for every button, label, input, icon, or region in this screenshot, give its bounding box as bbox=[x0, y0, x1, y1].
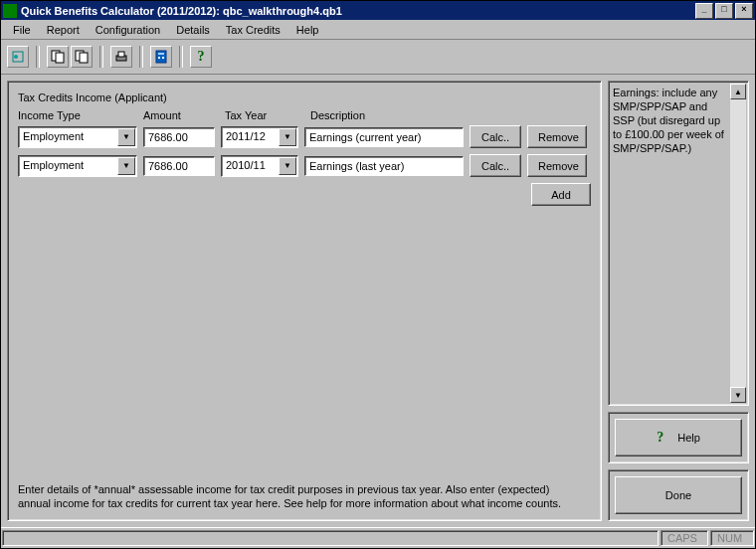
done-button[interactable]: Done bbox=[615, 476, 742, 514]
svg-rect-11 bbox=[162, 57, 164, 59]
chevron-down-icon[interactable]: ▼ bbox=[279, 128, 296, 146]
help-button[interactable]: ? Help bbox=[615, 419, 742, 457]
income-type-value: Employment bbox=[19, 156, 116, 176]
toolbar-separator bbox=[36, 46, 40, 68]
close-button[interactable]: × bbox=[735, 3, 753, 19]
footer-hint: Enter details of *annual* assessable inc… bbox=[18, 472, 575, 510]
menubar: File Report Configuration Details Tax Cr… bbox=[1, 20, 755, 40]
maximize-button[interactable]: □ bbox=[715, 3, 733, 19]
amount-input[interactable] bbox=[143, 127, 215, 147]
done-label: Done bbox=[665, 489, 691, 501]
toolbar-paste-icon[interactable] bbox=[71, 46, 93, 68]
calc-button[interactable]: Calc.. bbox=[470, 154, 521, 177]
toolbar-separator bbox=[99, 46, 103, 68]
toolbar: ? bbox=[1, 40, 755, 75]
income-row: Employment ▼ 2011/12 ▼ Calc.. Remove bbox=[18, 125, 591, 148]
remove-button[interactable]: Remove bbox=[527, 154, 587, 177]
svg-rect-5 bbox=[80, 53, 88, 63]
column-headers: Income Type Amount Tax Year Description bbox=[18, 109, 591, 121]
description-input[interactable] bbox=[304, 156, 464, 176]
menu-tax-credits[interactable]: Tax Credits bbox=[218, 22, 288, 38]
header-income-type: Income Type bbox=[18, 109, 133, 121]
menu-help[interactable]: Help bbox=[288, 22, 327, 38]
help-button-frame: ? Help bbox=[608, 412, 749, 463]
toolbar-separator bbox=[179, 46, 183, 68]
help-label: Help bbox=[677, 432, 700, 444]
header-description: Description bbox=[310, 109, 470, 121]
scroll-down-icon[interactable]: ▼ bbox=[730, 387, 746, 403]
status-caps: CAPS bbox=[661, 530, 708, 546]
window-title: Quick Benefits Calculator (2011/2012): q… bbox=[21, 5, 695, 17]
info-panel: Earnings: include any SMP/SPP/SAP and SS… bbox=[608, 81, 749, 406]
amount-input[interactable] bbox=[143, 156, 215, 176]
income-row: Employment ▼ 2010/11 ▼ Calc.. Remove bbox=[18, 154, 591, 177]
chevron-down-icon[interactable]: ▼ bbox=[279, 157, 296, 175]
main-panel: Tax Credits Income (Applicant) Income Ty… bbox=[7, 81, 602, 521]
section-title: Tax Credits Income (Applicant) bbox=[18, 92, 591, 103]
tax-year-select[interactable]: 2010/11 ▼ bbox=[221, 155, 298, 177]
menu-details[interactable]: Details bbox=[168, 22, 218, 38]
toolbar-view-icon[interactable] bbox=[7, 46, 29, 68]
svg-rect-7 bbox=[118, 52, 124, 57]
side-column: Earnings: include any SMP/SPP/SAP and SS… bbox=[608, 81, 749, 521]
menu-file[interactable]: File bbox=[5, 22, 39, 38]
menu-configuration[interactable]: Configuration bbox=[88, 22, 168, 38]
header-amount: Amount bbox=[143, 109, 215, 121]
income-type-select[interactable]: Employment ▼ bbox=[18, 126, 137, 148]
description-input[interactable] bbox=[304, 127, 464, 147]
svg-rect-3 bbox=[56, 53, 64, 63]
window-controls: _ □ × bbox=[695, 3, 753, 19]
income-type-select[interactable]: Employment ▼ bbox=[18, 155, 137, 177]
status-num: NUM bbox=[710, 530, 754, 546]
toolbar-copy-icon[interactable] bbox=[47, 46, 69, 68]
info-scrollbar[interactable]: ▲ ▼ bbox=[730, 84, 746, 403]
app-window: Quick Benefits Calculator (2011/2012): q… bbox=[0, 0, 756, 549]
titlebar: Quick Benefits Calculator (2011/2012): q… bbox=[1, 1, 755, 20]
svg-point-1 bbox=[14, 55, 18, 59]
add-button[interactable]: Add bbox=[531, 183, 591, 206]
tax-year-value: 2011/12 bbox=[222, 127, 278, 147]
toolbar-help-icon[interactable]: ? bbox=[190, 46, 212, 68]
add-row: Add bbox=[18, 183, 591, 206]
chevron-down-icon[interactable]: ▼ bbox=[117, 128, 135, 146]
client-area: Tax Credits Income (Applicant) Income Ty… bbox=[1, 75, 755, 527]
tax-year-value: 2010/11 bbox=[222, 156, 278, 176]
menu-report[interactable]: Report bbox=[39, 22, 88, 38]
header-tax-year: Tax Year bbox=[225, 109, 300, 121]
svg-rect-8 bbox=[156, 51, 166, 63]
toolbar-separator bbox=[139, 46, 143, 68]
app-icon bbox=[3, 4, 17, 18]
tax-year-select[interactable]: 2011/12 ▼ bbox=[221, 126, 298, 148]
calc-button[interactable]: Calc.. bbox=[470, 125, 521, 148]
scroll-up-icon[interactable]: ▲ bbox=[730, 84, 746, 99]
help-icon: ? bbox=[657, 430, 663, 446]
status-main bbox=[2, 530, 659, 546]
minimize-button[interactable]: _ bbox=[695, 3, 713, 19]
income-type-value: Employment bbox=[19, 127, 116, 147]
svg-rect-9 bbox=[158, 53, 164, 55]
toolbar-print-icon[interactable] bbox=[110, 46, 132, 68]
statusbar: CAPS NUM bbox=[1, 527, 755, 548]
toolbar-calc-icon[interactable] bbox=[150, 46, 172, 68]
remove-button[interactable]: Remove bbox=[527, 125, 587, 148]
info-text: Earnings: include any SMP/SPP/SAP and SS… bbox=[613, 86, 746, 155]
svg-rect-10 bbox=[158, 57, 160, 59]
chevron-down-icon[interactable]: ▼ bbox=[117, 157, 135, 175]
done-button-frame: Done bbox=[608, 469, 749, 521]
